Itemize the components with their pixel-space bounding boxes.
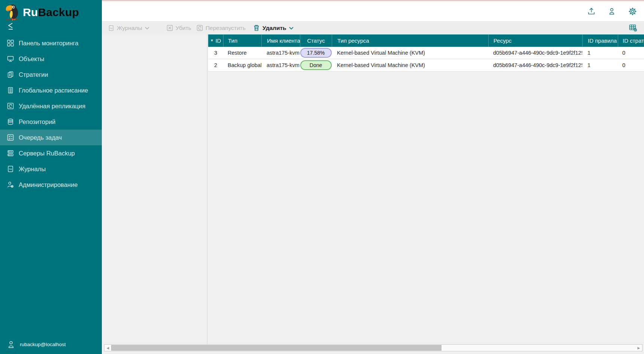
cell-status: 17.58%	[300, 47, 332, 59]
gear-icon	[628, 7, 637, 16]
chevron-down-icon	[145, 27, 149, 30]
kill-button[interactable]: Убить	[167, 25, 191, 31]
kill-button-label: Убить	[176, 25, 191, 31]
cell-resource: d05b6947-a446-490c-9dc9-1e9f2f12554d	[488, 59, 582, 71]
top-bar	[102, 1, 644, 21]
profile-button[interactable]	[607, 7, 616, 16]
settings-button[interactable]	[628, 7, 637, 16]
delete-button-label: Удалить	[262, 25, 286, 31]
sort-desc-icon: ▼	[210, 34, 214, 47]
table-settings-icon	[629, 24, 637, 32]
dashboard-icon	[7, 40, 14, 46]
journals-button[interactable]: log Журналы	[108, 25, 149, 31]
journals-button-label: Журналы	[117, 25, 142, 31]
sidebar-item-label: Репозиторий	[19, 118, 55, 125]
sidebar-item-label: Глобальное расписание	[19, 87, 88, 94]
user-login-label: rubackup@localhost	[20, 342, 66, 347]
sidebar-item-global-schedule[interactable]: Глобальное расписание	[0, 82, 102, 98]
status-badge: 17.58%	[300, 48, 332, 58]
sidebar-item-strategies[interactable]: Стратегии	[0, 67, 102, 82]
cell-type: Backup global	[223, 59, 261, 71]
rubackup-app: RuBackup Панель мониторинга Объекты	[0, 0, 644, 354]
cell-strategy-id: 0	[618, 59, 644, 71]
svg-text:log: log	[110, 27, 113, 29]
sidebar-item-dashboard[interactable]: Панель мониторинга	[0, 35, 102, 51]
column-header-resource[interactable]: Ресурс	[488, 34, 582, 47]
task-queue-icon	[7, 134, 14, 141]
sidebar-item-remote-replication[interactable]: Удалённая репликация	[0, 98, 102, 114]
main-area: log Журналы Убить Перезапустить	[102, 0, 644, 354]
horizontal-scrollbar[interactable]: ◀ ▶	[104, 344, 643, 351]
cell-client: astra175-kvm	[261, 59, 300, 71]
sidebar-item-journals[interactable]: log Журналы	[0, 161, 102, 177]
scroll-left-arrow[interactable]: ◀	[104, 345, 111, 351]
sidebar-item-repository[interactable]: Репозиторий	[0, 114, 102, 130]
scroll-right-arrow[interactable]: ▶	[635, 345, 642, 351]
column-header-client[interactable]: Имя клиента	[261, 34, 300, 47]
log-icon: log	[7, 166, 14, 172]
sidebar-user[interactable]: rubackup@localhost	[8, 341, 66, 348]
table-row[interactable]: 2 Backup global astra175-kvm Done Kernel…	[208, 59, 644, 72]
sidebar-collapse-button[interactable]	[7, 22, 16, 32]
sidebar-item-task-queue[interactable]: Очередь задач	[0, 130, 102, 145]
upload-icon	[587, 7, 596, 16]
cell-id: 2	[208, 59, 223, 71]
cell-resource-type: Kernel-based Virtual Machine (KVM)	[332, 59, 488, 71]
cell-resource-type: Kernel-based Virtual Machine (KVM)	[332, 47, 488, 59]
user-icon	[8, 341, 14, 348]
sidebar-item-label: Серверы RuBackup	[19, 150, 75, 157]
column-header-type[interactable]: Тип	[223, 34, 261, 47]
chevron-down-icon	[289, 27, 294, 30]
sidebar-item-label: Панель мониторинга	[19, 40, 78, 47]
sidebar-menu: Панель мониторинга Объекты Стратегии	[0, 35, 102, 193]
documents-icon	[7, 71, 14, 78]
column-settings-button[interactable]	[629, 24, 637, 32]
toucan-logo-icon	[4, 3, 20, 22]
database-icon	[7, 118, 14, 125]
sidebar-item-label: Журналы	[19, 166, 46, 173]
monitor-icon	[7, 55, 14, 62]
horizontal-scrollbar-thumb[interactable]	[111, 345, 441, 351]
servers-icon	[7, 150, 14, 157]
collapse-icon	[7, 22, 15, 30]
schedule-icon	[7, 87, 14, 94]
sidebar-item-label: Стратегии	[19, 71, 48, 78]
brand-text: RuBackup	[23, 6, 79, 19]
cell-type: Restore	[223, 47, 261, 59]
log-icon: log	[108, 25, 114, 31]
person-icon	[608, 7, 616, 15]
kill-x-icon	[167, 25, 173, 31]
column-header-resource-type[interactable]: Тип ресурса	[332, 34, 488, 47]
cell-id: 3	[208, 47, 223, 59]
column-header-strategy-id[interactable]: ID стратегии	[618, 34, 644, 47]
sidebar-item-label: Очередь задач	[19, 134, 62, 141]
trash-icon	[253, 24, 260, 31]
actions-toolbar: log Журналы Убить Перезапустить	[102, 21, 644, 34]
logo: RuBackup	[0, 0, 102, 22]
restart-button[interactable]: Перезапустить	[197, 25, 246, 31]
sidebar-item-administration[interactable]: Администрирование	[0, 177, 102, 193]
restart-icon	[197, 25, 203, 31]
svg-text:log: log	[9, 168, 12, 170]
cell-rule-id: 1	[582, 59, 618, 71]
task-queue-table: ▼ ID Тип Имя клиента Статус Тип ресурса …	[208, 34, 644, 72]
column-header-id[interactable]: ▼ ID	[208, 34, 223, 47]
restart-button-label: Перезапустить	[206, 25, 246, 31]
table-row[interactable]: 3 Restore astra175-kvm 17.58% Kernel-bas…	[208, 47, 644, 59]
cell-client: astra175-kvm	[261, 47, 300, 59]
cell-status: Done	[300, 59, 332, 71]
sidebar-item-servers[interactable]: Серверы RuBackup	[0, 145, 102, 161]
horizontal-scrollbar-track[interactable]	[111, 345, 635, 351]
table-viewport-left-border	[207, 34, 207, 344]
column-header-rule-id[interactable]: ID правила	[582, 34, 618, 47]
upload-button[interactable]	[587, 7, 596, 16]
sidebar-item-objects[interactable]: Объекты	[0, 51, 102, 67]
replication-icon	[7, 103, 14, 109]
brand-suffix: Backup	[38, 6, 79, 18]
sidebar-item-label: Администрирование	[19, 181, 78, 188]
cell-strategy-id: 0	[618, 47, 644, 59]
sidebar: RuBackup Панель мониторинга Объекты	[0, 0, 102, 354]
delete-button[interactable]: Удалить	[253, 24, 294, 31]
status-badge: Done	[300, 60, 332, 70]
column-header-status[interactable]: Статус	[300, 34, 332, 47]
